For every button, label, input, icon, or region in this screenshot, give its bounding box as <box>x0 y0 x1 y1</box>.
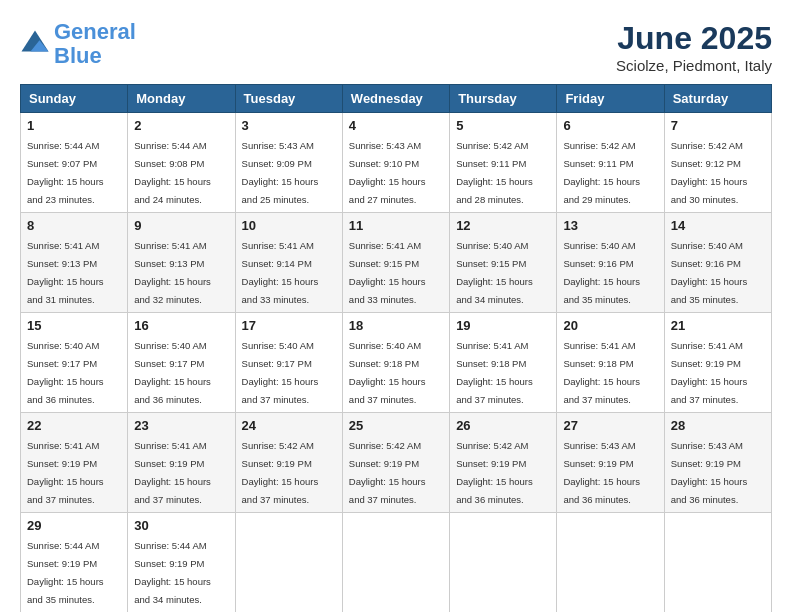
calendar-empty-cell <box>664 513 771 613</box>
day-detail: Sunrise: 5:40 AMSunset: 9:16 PMDaylight:… <box>671 240 748 305</box>
day-detail: Sunrise: 5:43 AMSunset: 9:10 PMDaylight:… <box>349 140 426 205</box>
calendar-week-row: 8 Sunrise: 5:41 AMSunset: 9:13 PMDayligh… <box>21 213 772 313</box>
calendar-day-cell: 1 Sunrise: 5:44 AMSunset: 9:07 PMDayligh… <box>21 113 128 213</box>
day-detail: Sunrise: 5:40 AMSunset: 9:17 PMDaylight:… <box>242 340 319 405</box>
calendar-day-cell: 2 Sunrise: 5:44 AMSunset: 9:08 PMDayligh… <box>128 113 235 213</box>
day-detail: Sunrise: 5:44 AMSunset: 9:19 PMDaylight:… <box>27 540 104 605</box>
day-detail: Sunrise: 5:41 AMSunset: 9:19 PMDaylight:… <box>27 440 104 505</box>
calendar-day-cell: 11 Sunrise: 5:41 AMSunset: 9:15 PMDaylig… <box>342 213 449 313</box>
day-number: 16 <box>134 318 228 333</box>
day-detail: Sunrise: 5:42 AMSunset: 9:19 PMDaylight:… <box>242 440 319 505</box>
calendar-day-cell: 27 Sunrise: 5:43 AMSunset: 9:19 PMDaylig… <box>557 413 664 513</box>
calendar-table: SundayMondayTuesdayWednesdayThursdayFrid… <box>20 84 772 612</box>
calendar-day-cell: 3 Sunrise: 5:43 AMSunset: 9:09 PMDayligh… <box>235 113 342 213</box>
calendar-day-cell: 25 Sunrise: 5:42 AMSunset: 9:19 PMDaylig… <box>342 413 449 513</box>
weekday-header: Friday <box>557 85 664 113</box>
day-detail: Sunrise: 5:40 AMSunset: 9:17 PMDaylight:… <box>27 340 104 405</box>
calendar-day-cell: 7 Sunrise: 5:42 AMSunset: 9:12 PMDayligh… <box>664 113 771 213</box>
day-detail: Sunrise: 5:43 AMSunset: 9:19 PMDaylight:… <box>671 440 748 505</box>
weekday-header: Tuesday <box>235 85 342 113</box>
calendar-header-row: SundayMondayTuesdayWednesdayThursdayFrid… <box>21 85 772 113</box>
calendar-day-cell: 9 Sunrise: 5:41 AMSunset: 9:13 PMDayligh… <box>128 213 235 313</box>
day-number: 11 <box>349 218 443 233</box>
day-detail: Sunrise: 5:41 AMSunset: 9:18 PMDaylight:… <box>563 340 640 405</box>
calendar-day-cell: 29 Sunrise: 5:44 AMSunset: 9:19 PMDaylig… <box>21 513 128 613</box>
calendar-day-cell: 28 Sunrise: 5:43 AMSunset: 9:19 PMDaylig… <box>664 413 771 513</box>
day-number: 3 <box>242 118 336 133</box>
calendar-day-cell: 15 Sunrise: 5:40 AMSunset: 9:17 PMDaylig… <box>21 313 128 413</box>
day-number: 25 <box>349 418 443 433</box>
day-number: 10 <box>242 218 336 233</box>
day-number: 4 <box>349 118 443 133</box>
calendar-day-cell: 5 Sunrise: 5:42 AMSunset: 9:11 PMDayligh… <box>450 113 557 213</box>
day-number: 26 <box>456 418 550 433</box>
day-detail: Sunrise: 5:42 AMSunset: 9:12 PMDaylight:… <box>671 140 748 205</box>
day-number: 7 <box>671 118 765 133</box>
day-detail: Sunrise: 5:42 AMSunset: 9:19 PMDaylight:… <box>349 440 426 505</box>
day-detail: Sunrise: 5:40 AMSunset: 9:16 PMDaylight:… <box>563 240 640 305</box>
day-detail: Sunrise: 5:41 AMSunset: 9:18 PMDaylight:… <box>456 340 533 405</box>
logo: General Blue <box>20 20 136 68</box>
day-detail: Sunrise: 5:43 AMSunset: 9:09 PMDaylight:… <box>242 140 319 205</box>
location-title: Sciolze, Piedmont, Italy <box>616 57 772 74</box>
day-number: 17 <box>242 318 336 333</box>
calendar-day-cell: 23 Sunrise: 5:41 AMSunset: 9:19 PMDaylig… <box>128 413 235 513</box>
calendar-day-cell: 26 Sunrise: 5:42 AMSunset: 9:19 PMDaylig… <box>450 413 557 513</box>
calendar-empty-cell <box>557 513 664 613</box>
day-number: 21 <box>671 318 765 333</box>
day-detail: Sunrise: 5:41 AMSunset: 9:19 PMDaylight:… <box>671 340 748 405</box>
calendar-week-row: 22 Sunrise: 5:41 AMSunset: 9:19 PMDaylig… <box>21 413 772 513</box>
day-number: 29 <box>27 518 121 533</box>
day-number: 2 <box>134 118 228 133</box>
weekday-header: Wednesday <box>342 85 449 113</box>
logo-text: General Blue <box>54 20 136 68</box>
day-number: 14 <box>671 218 765 233</box>
day-number: 13 <box>563 218 657 233</box>
day-number: 22 <box>27 418 121 433</box>
day-detail: Sunrise: 5:41 AMSunset: 9:13 PMDaylight:… <box>27 240 104 305</box>
day-detail: Sunrise: 5:42 AMSunset: 9:11 PMDaylight:… <box>563 140 640 205</box>
day-detail: Sunrise: 5:41 AMSunset: 9:13 PMDaylight:… <box>134 240 211 305</box>
calendar-empty-cell <box>342 513 449 613</box>
calendar-day-cell: 21 Sunrise: 5:41 AMSunset: 9:19 PMDaylig… <box>664 313 771 413</box>
day-detail: Sunrise: 5:41 AMSunset: 9:19 PMDaylight:… <box>134 440 211 505</box>
calendar-day-cell: 22 Sunrise: 5:41 AMSunset: 9:19 PMDaylig… <box>21 413 128 513</box>
logo-icon <box>20 29 50 59</box>
day-detail: Sunrise: 5:41 AMSunset: 9:15 PMDaylight:… <box>349 240 426 305</box>
calendar-day-cell: 13 Sunrise: 5:40 AMSunset: 9:16 PMDaylig… <box>557 213 664 313</box>
calendar-day-cell: 30 Sunrise: 5:44 AMSunset: 9:19 PMDaylig… <box>128 513 235 613</box>
day-detail: Sunrise: 5:44 AMSunset: 9:19 PMDaylight:… <box>134 540 211 605</box>
calendar-week-row: 15 Sunrise: 5:40 AMSunset: 9:17 PMDaylig… <box>21 313 772 413</box>
calendar-week-row: 29 Sunrise: 5:44 AMSunset: 9:19 PMDaylig… <box>21 513 772 613</box>
day-number: 20 <box>563 318 657 333</box>
calendar-day-cell: 4 Sunrise: 5:43 AMSunset: 9:10 PMDayligh… <box>342 113 449 213</box>
day-number: 19 <box>456 318 550 333</box>
weekday-header: Sunday <box>21 85 128 113</box>
calendar-day-cell: 17 Sunrise: 5:40 AMSunset: 9:17 PMDaylig… <box>235 313 342 413</box>
calendar-week-row: 1 Sunrise: 5:44 AMSunset: 9:07 PMDayligh… <box>21 113 772 213</box>
calendar-day-cell: 20 Sunrise: 5:41 AMSunset: 9:18 PMDaylig… <box>557 313 664 413</box>
calendar-day-cell: 24 Sunrise: 5:42 AMSunset: 9:19 PMDaylig… <box>235 413 342 513</box>
weekday-header: Thursday <box>450 85 557 113</box>
day-detail: Sunrise: 5:43 AMSunset: 9:19 PMDaylight:… <box>563 440 640 505</box>
calendar-empty-cell <box>235 513 342 613</box>
calendar-day-cell: 8 Sunrise: 5:41 AMSunset: 9:13 PMDayligh… <box>21 213 128 313</box>
day-number: 24 <box>242 418 336 433</box>
calendar-day-cell: 18 Sunrise: 5:40 AMSunset: 9:18 PMDaylig… <box>342 313 449 413</box>
day-number: 12 <box>456 218 550 233</box>
day-detail: Sunrise: 5:40 AMSunset: 9:15 PMDaylight:… <box>456 240 533 305</box>
calendar-day-cell: 10 Sunrise: 5:41 AMSunset: 9:14 PMDaylig… <box>235 213 342 313</box>
day-number: 23 <box>134 418 228 433</box>
day-detail: Sunrise: 5:40 AMSunset: 9:17 PMDaylight:… <box>134 340 211 405</box>
day-number: 15 <box>27 318 121 333</box>
month-title: June 2025 <box>616 20 772 57</box>
day-detail: Sunrise: 5:41 AMSunset: 9:14 PMDaylight:… <box>242 240 319 305</box>
title-area: June 2025 Sciolze, Piedmont, Italy <box>616 20 772 74</box>
calendar-empty-cell <box>450 513 557 613</box>
weekday-header: Saturday <box>664 85 771 113</box>
day-number: 5 <box>456 118 550 133</box>
day-number: 28 <box>671 418 765 433</box>
page-header: General Blue June 2025 Sciolze, Piedmont… <box>20 20 772 74</box>
calendar-day-cell: 6 Sunrise: 5:42 AMSunset: 9:11 PMDayligh… <box>557 113 664 213</box>
calendar-day-cell: 12 Sunrise: 5:40 AMSunset: 9:15 PMDaylig… <box>450 213 557 313</box>
